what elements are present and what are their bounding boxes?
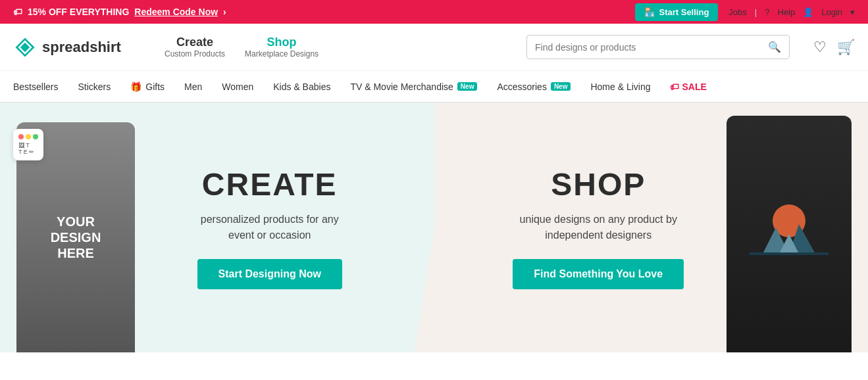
header: spreadshirt Create Custom Products Shop …: [0, 24, 868, 71]
cart-icon[interactable]: 🛒: [837, 39, 855, 56]
dot-yellow: [26, 134, 31, 139]
start-selling-button[interactable]: 🏪 Start Selling: [635, 3, 718, 21]
nav-create-label: Create: [176, 36, 213, 49]
shirt-design: [750, 195, 829, 273]
mockup-body: 🖼 T T E ✏: [18, 142, 38, 155]
nav-create-sub: Custom Products: [165, 49, 225, 59]
nav-shop[interactable]: Shop Marketplace Designs: [245, 36, 319, 59]
find-love-button[interactable]: Find Something You Love: [513, 259, 684, 289]
nav-stickers[interactable]: Stickers: [78, 72, 111, 101]
diagonal-divider: [415, 103, 434, 352]
promo-section: 🏷 15% OFF EVERYTHING Redeem Code Now ›: [13, 7, 226, 17]
nav-gifts[interactable]: 🎁 Gifts: [130, 72, 165, 101]
help-link[interactable]: Help: [777, 7, 795, 17]
category-nav: Bestsellers Stickers 🎁 Gifts Men Women K…: [0, 71, 868, 103]
redeem-cta[interactable]: Redeem Code Now: [134, 7, 218, 17]
hero-create: 🖼 T T E ✏ YOURDESIGNHERE CREATE personal…: [0, 103, 434, 352]
accessories-new-badge: New: [551, 82, 571, 91]
logo-text: spreadshirt: [42, 39, 121, 56]
create-heading: CREATE: [197, 166, 342, 202]
tag-sale-icon: 🏷: [670, 82, 679, 92]
help-icon: ?: [765, 7, 769, 17]
shirt-right: [727, 116, 852, 352]
top-banner: 🏷 15% OFF EVERYTHING Redeem Code Now › 🏪…: [0, 0, 868, 24]
dot-red: [18, 134, 24, 139]
chevron-down-icon: ▾: [850, 7, 855, 17]
shop-sub: unique designs on any product by indepen…: [513, 212, 684, 243]
top-links: Jobs | ? Help 👤 Login ▾: [728, 7, 855, 17]
hero-shop: SHOP unique designs on any product by in…: [434, 103, 869, 352]
hero-section: 🖼 T T E ✏ YOURDESIGNHERE CREATE personal…: [0, 103, 868, 352]
nav-kids[interactable]: Kids & Babies: [273, 72, 330, 101]
shirt-text: YOURDESIGNHERE: [51, 214, 101, 261]
svg-rect-4: [750, 252, 829, 255]
search-icon[interactable]: 🔍: [768, 41, 781, 53]
divider: |: [755, 7, 757, 17]
design-tool-mockup: 🖼 T T E ✏: [13, 129, 43, 160]
tag-icon: 🏷: [13, 7, 22, 17]
nav-home-living[interactable]: Home & Living: [590, 72, 650, 101]
store-icon: 🏪: [644, 7, 655, 17]
create-sub: personalized products for any event or o…: [197, 212, 342, 243]
user-icon: 👤: [803, 7, 813, 17]
nav-accessories[interactable]: Accessories New: [497, 72, 571, 101]
model-right: [710, 115, 868, 352]
nav-shop-sub: Marketplace Designs: [245, 49, 319, 59]
search-input[interactable]: [535, 42, 768, 53]
jobs-link[interactable]: Jobs: [728, 7, 746, 17]
wishlist-icon[interactable]: ♡: [813, 39, 827, 56]
nav-shop-label: Shop: [267, 36, 297, 49]
shop-content: SHOP unique designs on any product by in…: [499, 153, 697, 302]
logo[interactable]: spreadshirt: [13, 36, 145, 59]
shop-heading: SHOP: [513, 166, 684, 202]
start-designing-button[interactable]: Start Designing Now: [197, 259, 342, 289]
dot-green: [33, 134, 38, 139]
gift-icon: 🎁: [130, 82, 141, 92]
arrow-icon: ›: [223, 7, 226, 17]
tv-new-badge: New: [457, 82, 478, 91]
main-nav: Create Custom Products Shop Marketplace …: [165, 36, 319, 59]
mockup-dots: [18, 134, 38, 139]
nav-create[interactable]: Create Custom Products: [165, 36, 225, 59]
nav-men[interactable]: Men: [184, 72, 202, 101]
nav-tv-movie[interactable]: TV & Movie Merchandise New: [350, 72, 477, 101]
promo-text: 15% OFF EVERYTHING: [28, 7, 129, 17]
search-bar[interactable]: 🔍: [526, 35, 790, 59]
nav-bestsellers[interactable]: Bestsellers: [13, 72, 58, 101]
nav-women[interactable]: Women: [222, 72, 253, 101]
header-icons: ♡ 🛒: [813, 39, 855, 56]
login-link[interactable]: Login: [821, 7, 842, 17]
top-right-nav: 🏪 Start Selling Jobs | ? Help 👤 Login ▾: [635, 3, 855, 21]
create-content: CREATE personalized products for any eve…: [184, 153, 355, 302]
logo-icon: [13, 36, 37, 59]
nav-sale[interactable]: 🏷 SALE: [670, 72, 706, 101]
